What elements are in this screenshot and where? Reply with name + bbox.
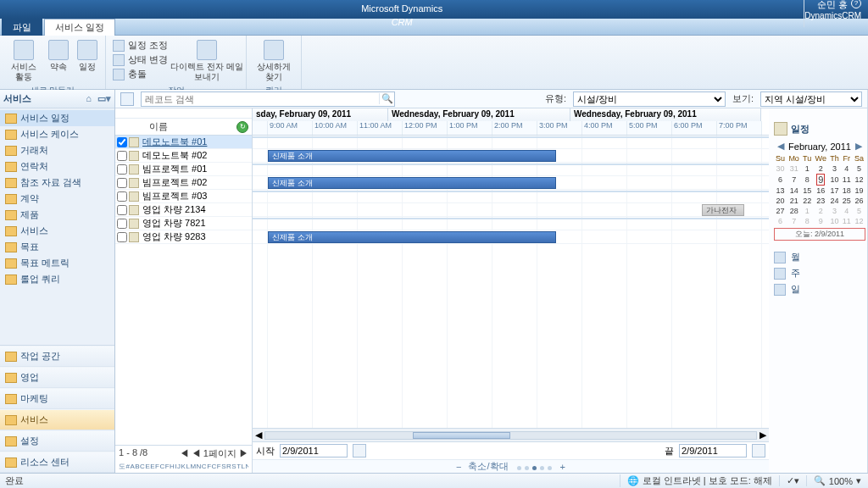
resource-checkbox[interactable]	[117, 205, 127, 215]
appointment[interactable]: 신제품 소개	[268, 231, 556, 243]
mini-cal-day[interactable]: 18	[841, 186, 853, 196]
mini-cal-day[interactable]: 23	[813, 196, 828, 206]
resource-checkbox[interactable]	[117, 191, 127, 202]
filter-toggle-button[interactable]	[120, 92, 134, 106]
mini-cal-day[interactable]: 8	[801, 216, 813, 226]
resource-row[interactable]: 데모노트북 #02	[115, 149, 252, 163]
appointment[interactable]: 신제품 소개	[268, 177, 556, 189]
mini-cal-day[interactable]: 28	[787, 206, 801, 216]
start-date-input[interactable]	[280, 444, 348, 458]
zoom-reset-icon[interactable]: 🔍	[814, 475, 826, 486]
appointment[interactable]: 가나전자	[702, 204, 744, 216]
mini-cal-day[interactable]: 11	[841, 174, 853, 186]
resource-row[interactable]: 빔프로젝트 #01	[115, 163, 252, 176]
compat-button[interactable]: ✓▾	[779, 475, 806, 486]
today-link[interactable]: 오늘: 2/9/2011	[774, 228, 865, 241]
nav-item-1[interactable]: 서비스 케이스	[0, 126, 114, 142]
adjust-schedule-button[interactable]: 일정 조정	[113, 39, 168, 52]
mini-cal-day[interactable]: 30	[774, 164, 787, 174]
timeline-row[interactable]	[253, 163, 769, 176]
calendar-view-link-2[interactable]: 일	[774, 281, 865, 297]
end-date-calendar-icon[interactable]	[752, 444, 765, 458]
nav-item-7[interactable]: 서비스	[0, 223, 114, 239]
appointment[interactable]: 신제품 소개	[268, 150, 556, 162]
send-direct-email-button[interactable]: 다이렉트 전자 메일 보내기	[173, 37, 241, 85]
mini-cal-day[interactable]: 17	[828, 186, 841, 196]
next-month-button[interactable]: ▶	[852, 141, 865, 152]
nav-item-0[interactable]: 서비스 일정	[0, 110, 114, 126]
mini-cal-day[interactable]: 5	[853, 164, 865, 174]
nav-pin-icon[interactable]: ▭▾	[97, 93, 111, 103]
nav-bottom-item-0[interactable]: 작업 공간	[0, 346, 114, 367]
timeline-row[interactable]	[253, 190, 769, 203]
mini-cal-day[interactable]: 31	[787, 164, 801, 174]
mini-cal-day[interactable]: 13	[774, 186, 787, 196]
mini-cal-day[interactable]: 2	[813, 164, 828, 174]
new-service-activity-button[interactable]: 서비스 활동	[5, 37, 42, 85]
mini-cal-day[interactable]: 24	[828, 196, 841, 206]
end-date-input[interactable]	[679, 444, 747, 458]
resource-checkbox[interactable]	[117, 137, 127, 147]
search-input[interactable]	[142, 94, 379, 104]
nav-bottom-item-4[interactable]: 설정	[0, 430, 114, 452]
nav-item-10[interactable]: 롤업 쿼리	[0, 271, 114, 287]
change-status-button[interactable]: 상태 변경	[113, 53, 168, 66]
new-appointment-button[interactable]: 약속	[46, 37, 71, 75]
mini-cal-day[interactable]: 12	[853, 216, 865, 226]
mini-cal-day[interactable]: 4	[841, 164, 853, 174]
prev-month-button[interactable]: ◀	[774, 141, 787, 152]
alpha-filter[interactable]: 도#ABCEEFCFHIJKLMNCFCFSRSTLNVXYZ	[119, 462, 248, 471]
resource-row[interactable]: 영업 차량 2134	[115, 203, 252, 217]
help-icon[interactable]: ?	[851, 0, 861, 8]
tab-file[interactable]: 파일	[2, 19, 42, 36]
tab-service-schedule[interactable]: 서비스 일정	[44, 19, 115, 36]
mini-cal-day[interactable]: 3	[828, 206, 841, 216]
resource-name-header[interactable]: 이름	[146, 120, 236, 133]
nav-item-8[interactable]: 목표	[0, 239, 114, 255]
timeline-row[interactable]	[253, 217, 769, 230]
type-select[interactable]: 시설/장비	[573, 92, 726, 107]
nav-item-3[interactable]: 연락처	[0, 158, 114, 175]
nav-bottom-item-3[interactable]: 서비스	[0, 409, 114, 430]
calendar-view-link-0[interactable]: 월	[774, 249, 865, 265]
search-icon[interactable]: 🔍	[379, 93, 394, 104]
resource-checkbox[interactable]	[117, 164, 127, 175]
mini-cal-day[interactable]: 2	[813, 206, 828, 216]
mini-cal-day[interactable]: 10	[828, 216, 841, 226]
mini-cal-day[interactable]: 7	[787, 174, 801, 186]
nav-bottom-item-2[interactable]: 마케팅	[0, 388, 114, 409]
timeline-row[interactable]: 신제품 소개	[253, 149, 769, 163]
mini-cal-day[interactable]: 9	[813, 174, 828, 186]
zoom-in-button[interactable]: +	[560, 462, 565, 472]
mini-cal-day[interactable]: 19	[853, 186, 865, 196]
nav-item-4[interactable]: 참조 자료 검색	[0, 175, 114, 191]
resource-checkbox[interactable]	[117, 178, 127, 188]
mini-cal-day[interactable]: 6	[774, 216, 787, 226]
timeline-row[interactable]: 가나전자	[253, 203, 769, 217]
mini-cal-day[interactable]: 1	[801, 164, 813, 174]
nav-bottom-item-5[interactable]: 리소스 센터	[0, 452, 114, 473]
mini-cal-day[interactable]: 1	[801, 206, 813, 216]
nav-item-2[interactable]: 거래처	[0, 142, 114, 158]
mini-cal-day[interactable]: 21	[787, 196, 801, 206]
resource-row[interactable]: 영업 차량 7821	[115, 217, 252, 230]
resource-row[interactable]: 빔프로젝트 #03	[115, 190, 252, 203]
resource-checkbox[interactable]	[117, 232, 127, 242]
mini-cal-day[interactable]: 9	[813, 216, 828, 226]
mini-cal-day[interactable]: 4	[841, 206, 853, 216]
mini-cal-day[interactable]: 20	[774, 196, 787, 206]
search-box[interactable]: 🔍	[141, 92, 395, 107]
nav-item-6[interactable]: 제품	[0, 207, 114, 223]
mini-cal-day[interactable]: 8	[801, 174, 813, 186]
nav-bottom-item-1[interactable]: 영업	[0, 367, 114, 388]
calendar-view-link-1[interactable]: 주	[774, 265, 865, 281]
resource-row[interactable]: 빔프로젝트 #02	[115, 176, 252, 190]
pager[interactable]: ◀ ◀ 1페이지 ▶	[180, 447, 248, 460]
conflict-button[interactable]: 충돌	[113, 68, 168, 80]
timeline-row[interactable]: 신제품 소개	[253, 230, 769, 244]
nav-item-5[interactable]: 계약	[0, 191, 114, 207]
timeline-row[interactable]	[253, 136, 769, 149]
resource-row[interactable]: 영업 차량 9283	[115, 230, 252, 244]
mini-cal-day[interactable]: 16	[813, 186, 828, 196]
timeline-hscrollbar[interactable]: ◀▶	[253, 428, 769, 441]
